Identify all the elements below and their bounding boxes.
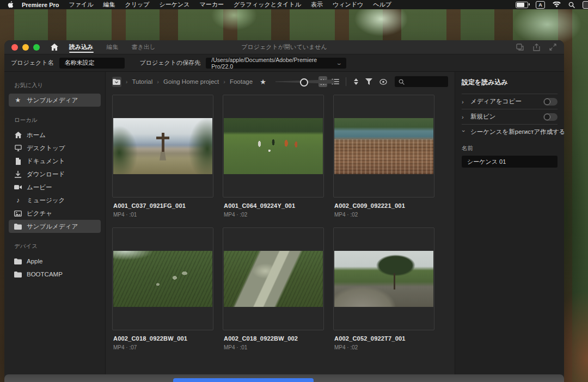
toolbar-divider — [346, 77, 346, 86]
download-icon — [14, 171, 22, 178]
sidebar-section-local: ローカル — [14, 116, 101, 124]
sidebar-item-music[interactable]: ♪ ミュージック — [9, 194, 101, 207]
clip-thumbnail-card[interactable] — [333, 95, 434, 198]
menu-marker[interactable]: マーカー — [195, 1, 229, 9]
search-input[interactable] — [395, 76, 448, 87]
locations-sidebar: お気に入り ★ サンプルメディア ローカル ホーム デスクトップ ドキュメ — [4, 72, 106, 374]
sidebar-item-home[interactable]: ホーム — [9, 128, 101, 141]
sidebar-section-devices: デバイス — [14, 243, 101, 250]
clip-thumbnail-card[interactable] — [112, 95, 213, 198]
chevron-down-icon[interactable]: › — [461, 130, 467, 134]
breadcrumb-going-home-project[interactable]: Going Home project — [163, 78, 219, 85]
clip-thumbnail-card[interactable] — [223, 227, 324, 330]
minimize-window-button[interactable] — [22, 44, 29, 51]
clip-name: A002_C052_0922T7_001 — [334, 335, 434, 342]
star-icon: ★ — [14, 96, 22, 104]
tab-export[interactable]: 書き出し — [132, 41, 156, 53]
sequence-name-label: 名前 — [462, 145, 558, 152]
menu-view[interactable]: 表示 — [306, 1, 328, 9]
project-name-input[interactable]: 名称未設定 — [59, 58, 125, 69]
home-icon — [14, 132, 22, 138]
clip-thumbnail-card[interactable] — [112, 227, 213, 330]
menu-edit[interactable]: 編集 — [99, 1, 120, 9]
quick-export-icon[interactable] — [516, 44, 524, 51]
chevron-right-icon[interactable]: › — [462, 114, 466, 120]
sort-icon — [354, 78, 358, 81]
control-center-icon[interactable] — [583, 1, 588, 9]
menubar: Premiere Pro ファイル 編集 クリップ シーケンス マーカー グラフ… — [0, 0, 588, 9]
sidebar-item-label: サンプルメディア — [27, 96, 78, 104]
menu-file[interactable]: ファイル — [64, 1, 98, 9]
thumbnail-size-slider[interactable] — [275, 78, 315, 85]
filter-button[interactable] — [364, 78, 374, 85]
wifi-icon[interactable] — [553, 2, 561, 8]
menu-premiere-pro[interactable]: Premiere Pro — [17, 2, 64, 8]
desktop: Premiere Pro ファイル 編集 クリップ シーケンス マーカー グラフ… — [0, 0, 588, 382]
clip-thumbnail-card[interactable] — [223, 95, 324, 198]
sidebar-item-documents[interactable]: ドキュメント — [9, 155, 101, 168]
root-folder-button[interactable] — [112, 77, 121, 87]
thumbnail-art — [113, 251, 212, 307]
sidebar-item-desktop[interactable]: デスクトップ — [9, 141, 101, 155]
home-icon[interactable] — [51, 44, 58, 51]
clip-item: A002_C018_0922BW_001 MP4 · :07 — [112, 227, 213, 350]
traffic-lights — [4, 44, 40, 51]
tab-edit[interactable]: 編集 — [107, 41, 119, 53]
setting-copy-media: › メディアをコピー — [462, 94, 558, 109]
battery-icon[interactable] — [516, 2, 528, 8]
sidebar-item-movies[interactable]: ムービー — [9, 181, 101, 194]
music-icon: ♪ — [14, 196, 22, 204]
breadcrumb-footage[interactable]: Footage — [230, 78, 253, 85]
slider-thumb[interactable] — [300, 78, 308, 87]
fullscreen-icon[interactable] — [549, 44, 556, 51]
clip-meta: MP4 · :02 — [334, 344, 434, 350]
share-icon[interactable] — [533, 44, 540, 51]
input-source-icon[interactable]: A — [536, 1, 545, 9]
desktop-icon — [14, 145, 22, 151]
thumbnail-art — [334, 251, 433, 307]
sidebar-item-apple-device[interactable]: Apple — [9, 255, 101, 268]
new-bin-toggle[interactable] — [543, 113, 558, 121]
preview-eye-button[interactable] — [378, 79, 389, 85]
sidebar-item-label: サンプルメディア — [27, 223, 78, 231]
sidebar-item-label: ムービー — [27, 183, 52, 192]
sidebar-item-sample-media[interactable]: サンプルメディア — [9, 220, 101, 233]
menu-sequence[interactable]: シーケンス — [155, 1, 195, 9]
clip-item: A002_C009_092221_001 MP4 · :02 — [333, 95, 434, 218]
thumbnail-art — [334, 118, 433, 174]
picture-icon — [14, 211, 22, 217]
chevron-right-icon[interactable]: › — [462, 98, 466, 105]
sidebar-item-label: ピクチャ — [27, 210, 52, 218]
menu-clip[interactable]: クリップ — [120, 1, 155, 9]
close-window-button[interactable] — [11, 44, 18, 51]
sidebar-item-pictures[interactable]: ピクチャ — [9, 207, 101, 220]
settings-panel-title: 設定を読み込み — [462, 78, 558, 94]
sidebar-item-label: デスクトップ — [27, 144, 65, 152]
sidebar-item-sample-media-favorite[interactable]: ★ サンプルメディア — [9, 94, 101, 107]
project-location-value: /Users/apple/Documents/Adobe/Premiere Pr… — [211, 57, 336, 70]
folder-icon — [14, 224, 22, 230]
menu-help[interactable]: ヘルプ — [368, 1, 396, 9]
copy-media-toggle[interactable] — [543, 98, 558, 106]
sequence-name-input[interactable]: シーケンス 01 — [462, 156, 558, 168]
menu-graphics-titles[interactable]: グラフィックとタイトル — [229, 1, 306, 9]
apple-menu-icon[interactable] — [8, 1, 14, 8]
sidebar-item-bootcamp[interactable]: BOOTCAMP — [9, 268, 101, 281]
favorite-star-icon[interactable]: ★ — [260, 78, 266, 86]
folder-icon — [14, 258, 22, 264]
clip-item: A001_C037_0921FG_001 MP4 · :01 — [112, 95, 213, 218]
breadcrumb-tutorial[interactable]: Tutorial — [132, 78, 152, 85]
clip-meta: MP4 · :07 — [113, 344, 213, 350]
clip-thumbnail-card[interactable] — [333, 227, 434, 330]
sidebar-item-downloads[interactable]: ダウンロード — [9, 168, 101, 181]
project-location-select[interactable]: /Users/apple/Documents/Adobe/Premiere Pr… — [206, 58, 346, 69]
chevron-down-icon: ⌄ — [336, 60, 342, 66]
sort-button[interactable] — [352, 78, 360, 85]
menu-window[interactable]: ウィンドウ — [328, 1, 368, 9]
spotlight-search-icon[interactable] — [568, 2, 575, 8]
clip-meta: MP4 · :02 — [224, 212, 324, 218]
setting-label: メディアをコピー — [470, 97, 539, 106]
tab-import[interactable]: 読み込み — [69, 41, 94, 53]
zoom-window-button[interactable] — [33, 44, 40, 51]
setting-label: シーケンスを新регистア作成する — [470, 128, 564, 136]
